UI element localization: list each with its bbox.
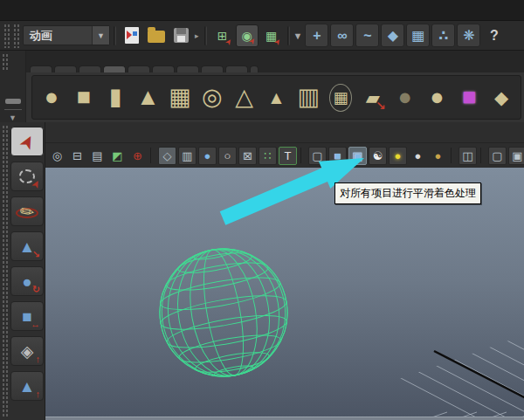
poly-prism-shelf-icon[interactable]: △	[231, 81, 259, 114]
shelf-menu-chevron-icon[interactable]: ▼	[4, 109, 22, 122]
menu-modify[interactable]	[37, 8, 52, 13]
shaded-sphere-button[interactable]: ●	[198, 147, 217, 165]
panel-menu-panels[interactable]	[131, 130, 145, 135]
shelf-tab-surfaces[interactable]	[79, 65, 101, 72]
universal-manipulator-tool[interactable]: ◈ ↑	[10, 336, 44, 366]
menu-edit[interactable]	[21, 8, 37, 13]
select-component-button[interactable]: ▦ ➤	[260, 24, 283, 47]
select-camera-icon[interactable]: ◎	[48, 147, 66, 165]
shelf-tab-cut[interactable]	[250, 65, 259, 72]
grid-display-button[interactable]: ◇	[158, 147, 176, 165]
texture-view-button[interactable]: T	[279, 147, 297, 165]
move-tool[interactable]: ▲ ↘	[10, 231, 44, 261]
open-scene-button[interactable]	[145, 24, 168, 47]
menu-window[interactable]	[84, 8, 100, 13]
paint-select-tool[interactable]: ✎	[10, 196, 44, 226]
dynamics-icon[interactable]: ❋	[457, 24, 480, 47]
panel-menu-view[interactable]	[52, 130, 66, 135]
select-object-button[interactable]: ◉ ➤	[236, 24, 259, 47]
save-scene-button[interactable]	[169, 24, 192, 47]
plain-cube-button[interactable]: ▢	[488, 147, 507, 165]
panel-menu-renderer[interactable]	[115, 130, 129, 135]
poly-cube-shelf-icon[interactable]: ■	[70, 81, 98, 114]
poly-plane-icon[interactable]: ◆	[381, 24, 404, 47]
camera-attributes-icon[interactable]: ⊟	[68, 147, 86, 165]
smooth-mesh-shelf-icon[interactable]: ●	[391, 81, 419, 114]
chevron-down-icon[interactable]: ▼	[92, 26, 109, 45]
curve-tool-icon[interactable]: ~	[355, 24, 379, 47]
new-scene-button[interactable]	[121, 24, 143, 47]
scale-tool[interactable]: ■ ↔	[10, 301, 44, 331]
shelf-tab-animation[interactable]	[176, 65, 199, 72]
panel-toolbar-separator	[451, 148, 455, 163]
clipped-cube-button[interactable]: ▣	[508, 147, 524, 165]
poly-cone-shelf-icon[interactable]: ▲	[134, 81, 162, 114]
separator	[204, 26, 207, 45]
poly-sphere-shelf-icon[interactable]: ●	[38, 81, 66, 114]
material-ball-gray-icon[interactable]: ●	[409, 147, 427, 165]
zoom-region-icon[interactable]: ⊕	[128, 147, 147, 165]
menu-geometry-cache[interactable]	[131, 8, 147, 13]
lasso-select-tool[interactable]: ● ➤	[10, 162, 44, 191]
rotate-tool[interactable]: ● ↻	[10, 266, 44, 296]
grip-handle[interactable]	[12, 23, 20, 48]
shelf-tab-dynamics[interactable]	[201, 65, 224, 72]
shelf-tab-general[interactable]	[30, 65, 52, 72]
grip-handle[interactable]	[3, 23, 10, 48]
help-icon[interactable]: ?	[482, 24, 506, 47]
field-chart-button[interactable]: ∷	[259, 147, 277, 165]
collapse-section-icon[interactable]: ▼	[293, 31, 301, 41]
expand-arrow-icon[interactable]: ▸	[195, 31, 199, 40]
particles-icon[interactable]: ∴	[431, 24, 455, 47]
isolate-select-button[interactable]: ◫	[458, 147, 477, 165]
poly-cylinder-shelf-icon[interactable]: ▮	[102, 81, 130, 114]
smooth-shade-all-button[interactable]: ▣	[348, 147, 367, 165]
poly-pipe-shelf-icon[interactable]: ▥	[294, 81, 322, 114]
bookmark-icon[interactable]: ▤	[88, 147, 107, 165]
menu-create[interactable]	[52, 8, 68, 13]
menu-set-dropdown[interactable]: 动画 ▼	[23, 25, 110, 45]
panel-menu-show[interactable]	[100, 130, 114, 135]
soft-modification-tool[interactable]: ▲ ↑	[10, 371, 44, 401]
joint-tool-icon[interactable]: ∞	[330, 24, 354, 47]
poly-platonic-shelf-icon[interactable]: ▦	[327, 81, 355, 114]
combine-shelf-icon[interactable]: ▰	[359, 81, 387, 114]
shelf-tab-curves[interactable]	[54, 65, 77, 72]
menu-display[interactable]	[68, 8, 84, 13]
use-all-lights-button[interactable]: ☯	[369, 147, 387, 165]
menu-file[interactable]	[5, 8, 21, 13]
qwerty-plus-icon[interactable]: +	[305, 24, 328, 47]
select-hierarchy-button[interactable]: ⊞ ➤	[211, 24, 234, 47]
shaded-cube-button[interactable]: ■	[328, 147, 347, 165]
tooltip: 对所有项目进行平滑着色处理	[334, 182, 481, 204]
menu-edit-deformers[interactable]	[162, 8, 178, 13]
subdiv-proxy-shelf-icon[interactable]: ■	[455, 81, 483, 114]
select-tool[interactable]: ➤	[10, 127, 44, 156]
triangulate-shelf-icon[interactable]: ◆	[487, 81, 515, 114]
image-plane-icon[interactable]: ◩	[108, 147, 127, 165]
poly-plane-shelf-icon[interactable]: ▦	[166, 81, 194, 114]
grip-handle[interactable]	[1, 124, 9, 418]
lattice-icon[interactable]: ▦	[406, 24, 430, 47]
material-ball-gold-icon[interactable]: ●	[429, 147, 447, 165]
shelf-tab-rendering[interactable]	[225, 65, 248, 72]
default-light-button[interactable]: ●	[389, 147, 407, 165]
grip-handle[interactable]	[1, 52, 9, 71]
gate-mask-button[interactable]: ⊠	[238, 147, 257, 165]
wireframe-cube-button[interactable]: ▢	[308, 147, 327, 165]
panel-menu-shading[interactable]	[68, 130, 82, 135]
shelf-tab-subdivs[interactable]	[128, 65, 150, 72]
sculpt-sphere-shelf-icon[interactable]: ●	[424, 81, 452, 114]
shelf-tab-polygons[interactable]	[103, 65, 126, 72]
panel-menu-lighting[interactable]	[84, 130, 98, 135]
shelf-selector-button[interactable]	[5, 99, 21, 104]
menu-animate[interactable]	[115, 8, 131, 13]
resolution-gate-button[interactable]: ○	[218, 147, 237, 165]
menu-create-deformers[interactable]	[147, 8, 162, 13]
film-gate-button[interactable]: ▥	[178, 147, 196, 165]
viewport[interactable]	[45, 168, 524, 417]
poly-torus-shelf-icon[interactable]: ◎	[198, 81, 226, 114]
menu-assets[interactable]	[100, 8, 115, 13]
poly-pyramid-shelf-icon[interactable]: ▲	[263, 81, 291, 114]
shelf-tab-deform[interactable]	[152, 65, 175, 72]
